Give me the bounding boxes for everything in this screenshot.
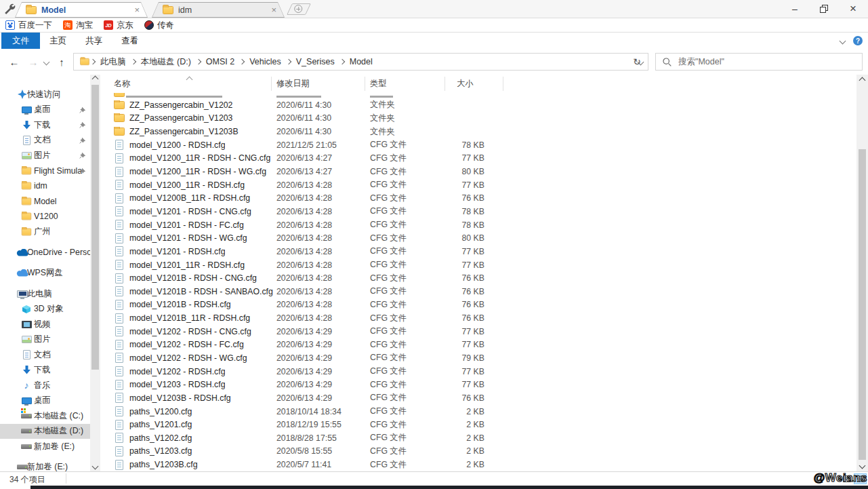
minimize-button[interactable]: –: [783, 0, 807, 18]
file-row-24[interactable]: paths_V1201.cfg2018/12/19 15:55CFG 文件2 K…: [100, 418, 856, 431]
column-header-type[interactable]: 类型: [370, 75, 450, 93]
file-row-25[interactable]: paths_V1202.cfg2018/8/28 17:55CFG 文件2 KB: [100, 431, 856, 445]
list-scrollbar[interactable]: [856, 75, 868, 471]
restore-button[interactable]: [812, 0, 836, 18]
column-divider[interactable]: [445, 77, 445, 91]
file-row-3[interactable]: model_V1200 - RDSH.cfg2021/12/5 21:05CFG…: [100, 138, 856, 152]
column-header-size[interactable]: 大小: [450, 75, 511, 93]
file-row-11[interactable]: model_V1201 - RDSH.cfg2020/6/13 4:28CFG …: [100, 245, 856, 258]
file-row-26[interactable]: paths_V1203.cfg2020/5/8 15:55CFG 文件2 KB: [100, 445, 856, 458]
file-row-27[interactable]: paths_V1203B.cfg2020/5/7 11:41CFG 文件2 KB: [100, 458, 856, 471]
sidebar-item-16[interactable]: 文档: [0, 347, 90, 363]
file-row-23[interactable]: paths_V1200.cfg2018/10/14 18:34CFG 文件2 K…: [100, 405, 856, 418]
sidebar-item-23[interactable]: 新加卷 (E:): [0, 460, 90, 472]
sidebar-item-2[interactable]: 下载: [0, 117, 90, 133]
file-row-15[interactable]: model_V1201B - RDSH.cfg2020/6/13 4:28CFG…: [100, 298, 856, 312]
refresh-button[interactable]: ↻: [626, 53, 648, 71]
sidebar-item-6[interactable]: idm: [0, 178, 90, 194]
column-divider[interactable]: [503, 77, 503, 91]
bookmark-chuanqi[interactable]: 传奇: [144, 20, 174, 31]
bookmark-taobao[interactable]: 淘淘宝: [63, 20, 93, 31]
file-row-16[interactable]: model_V1201B_11R - RDSH.cfg2020/6/13 4:2…: [100, 311, 856, 325]
ribbon-tab-2[interactable]: 共享: [76, 33, 112, 49]
breadcrumb-segment-2[interactable]: OMSI 2: [201, 57, 239, 66]
sidebar-item-1[interactable]: 桌面: [0, 102, 90, 118]
sidebar-item-4[interactable]: 图片: [0, 148, 90, 163]
breadcrumb-segment-4[interactable]: V_Serises: [291, 57, 339, 66]
file-row-5[interactable]: model_V1200_11R - RDSH - WG.cfg2020/6/13…: [100, 165, 856, 178]
breadcrumb-bar[interactable]: 此电脑本地磁盘 (D:)OMSI 2VehiclesV_SerisesModel: [73, 53, 648, 71]
scroll-down-icon[interactable]: [90, 462, 100, 471]
scroll-up-icon[interactable]: [90, 75, 100, 83]
sidebar-item-15[interactable]: 图片: [0, 332, 90, 348]
sidebar-item-17[interactable]: 下载: [0, 363, 90, 378]
recent-locations-button[interactable]: [41, 49, 51, 75]
list-scrollbar-thumb[interactable]: [859, 149, 866, 460]
ribbon-tab-1[interactable]: 主页: [40, 33, 76, 49]
sidebar-item-7[interactable]: Model: [0, 194, 90, 210]
new-tab-button[interactable]: [287, 3, 311, 15]
browser-tab-0[interactable]: Model×: [15, 2, 148, 18]
back-button[interactable]: ←: [5, 49, 23, 75]
file-row-8[interactable]: model_V1201 - RDSH - CNG.cfg2020/6/13 4:…: [100, 205, 856, 218]
sidebar-item-3[interactable]: 文档: [0, 133, 90, 149]
close-button[interactable]: ×: [841, 0, 865, 18]
file-row-19[interactable]: model_V1202 - RDSH - WG.cfg2020/6/13 4:2…: [100, 351, 856, 365]
file-row-14[interactable]: model_V1201B - RDSH - SANBAO.cfg2020/6/1…: [100, 285, 856, 298]
ribbon-tab-3[interactable]: 查看: [112, 33, 148, 49]
scroll-down-icon[interactable]: [856, 461, 868, 470]
sidebar-item-11[interactable]: WPS网盘: [0, 266, 90, 281]
file-row-0[interactable]: ZZ_Passengercabin_V12022020/6/11 4:30文件夹: [100, 98, 856, 112]
column-header-date[interactable]: 修改日期: [276, 75, 370, 93]
up-button[interactable]: ↑: [53, 49, 70, 75]
sidebar-item-9[interactable]: 广州: [0, 224, 90, 240]
sidebar-item-13[interactable]: 3D 对象: [0, 302, 90, 317]
sidebar-scrollbar[interactable]: [90, 75, 100, 471]
sidebar-item-8[interactable]: V1200: [0, 209, 90, 224]
help-icon[interactable]: ?: [853, 36, 863, 45]
cfg-file-icon: [114, 406, 125, 416]
breadcrumb-segment-3[interactable]: Vehicles: [245, 57, 286, 66]
file-row-22[interactable]: model_V1203B - RDSH.cfg2020/6/13 4:29CFG…: [100, 391, 856, 405]
file-row-18[interactable]: model_V1202 - RDSH - FC.cfg2020/6/13 4:2…: [100, 338, 856, 352]
file-row-2[interactable]: ZZ_Passengercabin_V1203B2020/6/11 4:30文件…: [100, 125, 856, 138]
file-row-20[interactable]: model_V1202 - RDSH.cfg2020/6/13 4:29CFG …: [100, 365, 856, 378]
sidebar-item-10[interactable]: OneDrive - Perso: [0, 245, 90, 260]
sidebar-item-0[interactable]: 快速访问: [0, 87, 90, 102]
file-row-4[interactable]: model_V1200_11R - RDSH - CNG.cfg2020/6/1…: [100, 152, 856, 165]
expand-ribbon-icon[interactable]: [840, 37, 846, 44]
file-row-10[interactable]: model_V1201 - RDSH - WG.cfg2020/6/13 4:2…: [100, 231, 856, 245]
file-row-21[interactable]: model_V1203 - RDSH.cfg2020/6/13 4:29CFG …: [100, 378, 856, 391]
ribbon-tab-0[interactable]: 文件: [1, 33, 40, 49]
sidebar-item-19[interactable]: 桌面: [0, 393, 90, 409]
scroll-up-icon[interactable]: [856, 76, 868, 85]
sidebar-scrollbar-thumb[interactable]: [91, 85, 99, 370]
file-row-12[interactable]: model_V1201_11R - RDSH.cfg2020/6/13 4:28…: [100, 258, 856, 272]
search-input[interactable]: [677, 56, 862, 67]
file-row-9[interactable]: model_V1201 - RDSH - FC.cfg2020/6/13 4:2…: [100, 218, 856, 232]
column-divider[interactable]: [271, 77, 272, 91]
sidebar-item-5[interactable]: Flight Simula: [0, 163, 90, 179]
breadcrumb-segment-0[interactable]: 此电脑: [96, 56, 131, 68]
forward-button[interactable]: →: [24, 49, 42, 75]
sidebar-item-14[interactable]: 视频: [0, 317, 90, 332]
sidebar-item-12[interactable]: 此电脑: [0, 286, 90, 302]
browser-tab-1[interactable]: idm×: [152, 2, 285, 18]
sidebar-item-21[interactable]: 本地磁盘 (D:): [0, 424, 90, 439]
sidebar-item-18[interactable]: ♪音乐: [0, 378, 90, 393]
sidebar-item-22[interactable]: 新加卷 (E:): [0, 439, 90, 454]
file-row-7[interactable]: model_V1200B_11R - RDSH.cfg2020/6/13 4:2…: [100, 191, 856, 205]
breadcrumb-segment-1[interactable]: 本地磁盘 (D:): [136, 56, 196, 68]
bookmark-baidu[interactable]: 百度一下: [5, 20, 52, 31]
wrench-icon[interactable]: [3, 3, 16, 15]
file-row-17[interactable]: model_V1202 - RDSH - CNG.cfg2020/6/13 4:…: [100, 325, 856, 338]
tab-close-icon[interactable]: ×: [134, 5, 140, 14]
file-row-1[interactable]: ZZ_Passengercabin_V12032020/6/11 4:30文件夹: [100, 112, 856, 125]
bookmark-jd[interactable]: JD京东: [104, 20, 133, 31]
column-divider[interactable]: [365, 77, 365, 91]
file-row-13[interactable]: model_V1201B - RDSH - CNG.cfg2020/6/13 4…: [100, 271, 856, 285]
tab-close-icon[interactable]: ×: [271, 5, 276, 14]
breadcrumb-segment-5[interactable]: Model: [345, 57, 377, 66]
file-row-6[interactable]: model_V1200_11R - RDSH.cfg2020/6/13 4:28…: [100, 178, 856, 192]
sidebar-item-20[interactable]: 本地磁盘 (C:): [0, 408, 90, 424]
